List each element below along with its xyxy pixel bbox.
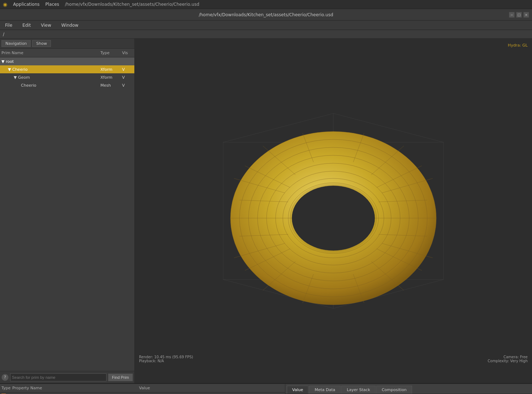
bottom-section: Type Property Name Value World Bounding …	[0, 383, 532, 394]
complexity-label: Complexity: Very High	[488, 359, 528, 363]
menu-edit[interactable]: Edit	[20, 22, 33, 29]
tree-row-cheerio-mesh-type: Mesh	[100, 83, 122, 88]
prim-help-button[interactable]: ?	[1, 374, 9, 381]
tab-composition[interactable]: Composition	[376, 386, 412, 394]
menu-view[interactable]: View	[39, 22, 53, 29]
app-icon: ◉	[3, 1, 7, 7]
tree-row-geom-label: ▼ Geom	[14, 75, 30, 80]
prim-tree: ▼ root ▼ Cheerio Xform V ▼ Geom	[0, 57, 134, 371]
torus-hole	[292, 186, 375, 251]
places-menu[interactable]: Places	[46, 2, 59, 7]
props-right-panel: Value Meta Data Layer Stack Composition	[285, 384, 532, 394]
tree-row-cheerio-label: ▼ Cheerio	[8, 67, 27, 72]
maximize-button[interactable]: □	[516, 12, 522, 18]
tree-row-root-label: ▼ root	[1, 59, 14, 64]
applications-menu[interactable]: Applications	[13, 2, 39, 7]
prim-panel-tabs: Navigation Show	[0, 39, 134, 49]
ph-type: Type	[1, 386, 12, 390]
find-prim-button[interactable]: Find Prim	[108, 373, 133, 381]
ph-name: Property Name	[12, 386, 139, 390]
tab-navigation[interactable]: Navigation	[1, 40, 31, 47]
tab-layer-stack[interactable]: Layer Stack	[341, 386, 376, 394]
render-fps: Render: 10.45 ms (95.69 FPS)	[139, 355, 193, 359]
properties-layout: Type Property Name Value World Bounding …	[0, 384, 532, 394]
tree-row-geom[interactable]: ▼ Geom Xform V	[0, 73, 134, 81]
torus-svg	[198, 106, 469, 316]
prim-search-input[interactable]	[10, 373, 107, 381]
props-left-panel: Type Property Name Value World Bounding …	[0, 384, 285, 394]
left-panel: Navigation Show Prim Name Type Vis ▼ roo…	[0, 39, 135, 383]
col-vis: Vis	[122, 51, 133, 55]
title-bar: /home/vfx/Downloads/Kitchen_set/assets/C…	[0, 9, 532, 21]
window-title: /home/vfx/Downloads/Kitchen_set/assets/C…	[199, 12, 333, 17]
breadcrumb: /	[0, 30, 532, 39]
tree-row-cheerio-mesh-label: Cheerio	[21, 83, 36, 88]
tree-row-cheerio-mesh-vis: V	[122, 83, 133, 88]
tab-value[interactable]: Value	[287, 386, 308, 394]
tab-show[interactable]: Show	[32, 40, 51, 47]
props-header: Type Property Name Value	[0, 384, 285, 393]
prim-search-bar: ? Find Prim	[0, 371, 134, 383]
minimize-button[interactable]: −	[509, 12, 515, 18]
col-type: Type	[100, 51, 122, 55]
tree-row-root[interactable]: ▼ root	[0, 57, 134, 65]
col-prim-name: Prim Name	[1, 51, 100, 55]
playback-info: Playback: N/A	[139, 359, 193, 363]
props-right-tabs: Value Meta Data Layer Stack Composition	[285, 384, 532, 394]
menu-window[interactable]: Window	[59, 22, 81, 29]
camera-info: Camera: Free Complexity: Very High	[488, 355, 528, 363]
close-button[interactable]: ×	[523, 12, 529, 18]
torus-container	[135, 39, 532, 383]
tree-row-cheerio-vis: V	[122, 67, 133, 72]
tree-row-geom-type: Xform	[100, 75, 122, 80]
render-info: Render: 10.45 ms (95.69 FPS) Playback: N…	[139, 355, 193, 363]
camera-label: Camera: Free	[488, 355, 528, 359]
hydra-label: Hydra: GL	[508, 43, 528, 48]
system-filepath: /home/vfx/Downloads/Kitchen_set/assets/C…	[65, 2, 199, 7]
tree-row-cheerio-mesh[interactable]: Cheerio Mesh V	[0, 81, 134, 89]
prop-row-world-bbox[interactable]: World Bounding Box [(-1.367789117099747,…	[0, 393, 285, 394]
tree-row-cheerio-type: Xform	[100, 67, 122, 72]
viewport[interactable]: Hydra: GL Render: 10.45 ms (95.69 FPS) P…	[135, 39, 532, 383]
window-controls: − □ ×	[509, 12, 529, 18]
ph-value: Value	[139, 386, 284, 390]
system-bar: ◉ Applications Places /home/vfx/Download…	[0, 0, 532, 9]
prim-table-header: Prim Name Type Vis	[0, 49, 134, 57]
menu-file[interactable]: File	[3, 22, 14, 29]
tree-row-cheerio[interactable]: ▼ Cheerio Xform V	[0, 65, 134, 73]
menu-bar: File Edit View Window	[0, 21, 532, 30]
props-table: World Bounding Box [(-1.367789117099747,…	[0, 393, 285, 394]
main-layout: Navigation Show Prim Name Type Vis ▼ roo…	[0, 39, 532, 383]
tree-row-geom-vis: V	[122, 75, 133, 80]
tab-metadata[interactable]: Meta Data	[309, 386, 341, 394]
breadcrumb-text: /	[3, 32, 4, 37]
